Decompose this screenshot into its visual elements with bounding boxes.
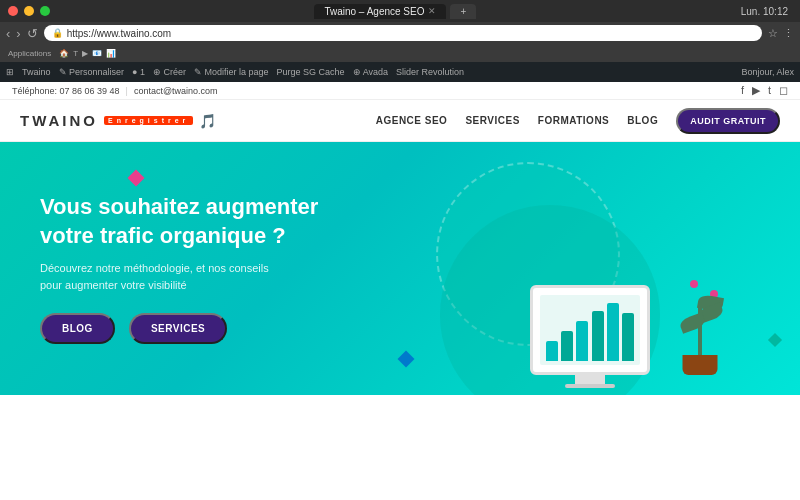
- register-badge[interactable]: Enregistrer: [104, 116, 193, 125]
- hero-subtitle-line2: pour augmenter votre visibilité: [40, 279, 187, 291]
- plant-pot: [683, 355, 718, 375]
- browser-tab-active[interactable]: Twaino – Agence SEO ✕: [314, 4, 446, 19]
- bookmarks-bar: Applications 🏠 T ▶ 📧 📊: [0, 44, 800, 62]
- diamond-decoration-bottom: [398, 351, 415, 368]
- hero-section: Vous souhaitez augmenter votre trafic or…: [0, 142, 800, 395]
- wp-admin-bar: ⊞ Twaino ✎ Personnaliser ● 1 ⊕ Créer ✎ M…: [0, 62, 800, 82]
- hero-subtitle-line1: Découvrez notre méthodologie, et nos con…: [40, 262, 269, 274]
- wp-edit-page[interactable]: ✎ Modifier la page: [194, 67, 269, 77]
- bar-3: [576, 321, 588, 361]
- facebook-icon-top[interactable]: f: [741, 84, 744, 97]
- blog-btn[interactable]: BLOG: [40, 313, 115, 344]
- wp-updates[interactable]: ● 1: [132, 67, 145, 77]
- forward-btn[interactable]: ›: [16, 26, 20, 41]
- hero-subtitle: Découvrez notre méthodologie, et nos con…: [40, 260, 320, 293]
- wp-logo[interactable]: ⊞: [6, 67, 14, 77]
- social-icons-top: f ▶ t ◻: [741, 84, 788, 97]
- wp-site-name[interactable]: Twaino: [22, 67, 51, 77]
- mac-titlebar: Twaino – Agence SEO ✕ + Lun. 10:12: [0, 0, 800, 22]
- bar-1: [546, 341, 558, 361]
- phone-bar: Téléphone: 07 86 06 39 48 | contact@twai…: [0, 82, 800, 100]
- tab-area: Twaino – Agence SEO ✕ +: [314, 4, 476, 19]
- site-header: TWAINO Enregistrer 🎵 AGENCE SEO SERVICES…: [0, 100, 800, 142]
- wp-purge-cache[interactable]: Purge SG Cache: [277, 67, 345, 77]
- tab-label: Twaino – Agence SEO: [324, 6, 424, 17]
- max-dot[interactable]: [40, 6, 50, 16]
- bookmark-twaino[interactable]: T: [73, 49, 78, 58]
- hero-title-line2: votre trafic organique ?: [40, 223, 286, 248]
- bar-5: [607, 303, 619, 361]
- nav-agence-seo[interactable]: AGENCE SEO: [376, 115, 448, 126]
- menu-icon[interactable]: ⋮: [783, 27, 794, 40]
- bookmark-item-4[interactable]: 📊: [106, 49, 116, 58]
- bookmark-item-3[interactable]: 📧: [92, 49, 102, 58]
- diamond-decoration-right: [768, 333, 782, 347]
- twitter-icon-top[interactable]: t: [768, 84, 771, 97]
- hero-illustration: [530, 275, 740, 375]
- plant-berry-1: [690, 280, 698, 288]
- back-btn[interactable]: ‹: [6, 26, 10, 41]
- lock-icon: 🔒: [52, 28, 63, 38]
- site-logo: TWAINO Enregistrer 🎵: [20, 112, 220, 129]
- title-bar-content: Twaino – Agence SEO ✕ +: [56, 4, 735, 19]
- wp-user-greeting: Bonjour, Alex: [741, 67, 794, 77]
- bookmark-item-2[interactable]: ▶: [82, 49, 88, 58]
- diamond-decoration-top: [128, 170, 145, 187]
- bookmarks-label: Applications: [8, 49, 51, 58]
- plant-illustration: [660, 275, 740, 375]
- wp-avada[interactable]: ⊕ Avada: [353, 67, 388, 77]
- tab-close-btn[interactable]: ✕: [428, 6, 436, 16]
- bookmarks-list: 🏠 T ▶ 📧 📊: [59, 49, 792, 58]
- hero-title-line1: Vous souhaitez augmenter: [40, 194, 318, 219]
- bar-4: [592, 311, 604, 361]
- email-address: contact@twaino.com: [134, 86, 218, 96]
- site-nav: AGENCE SEO SERVICES FORMATIONS BLOG AUDI…: [376, 108, 780, 134]
- nav-blog[interactable]: BLOG: [627, 115, 658, 126]
- plant-leaf-2: [678, 312, 706, 334]
- browser-icons: ☆ ⋮: [768, 27, 794, 40]
- logo-text: TWAINO: [20, 112, 98, 129]
- monitor-screen: [540, 295, 640, 365]
- plant-stem: [698, 307, 702, 357]
- min-dot[interactable]: [24, 6, 34, 16]
- audit-btn[interactable]: AUDIT GRATUIT: [676, 108, 780, 134]
- bar-2: [561, 331, 573, 361]
- url-text: https://www.twaino.com: [67, 28, 171, 39]
- mac-time: Lun. 10:12: [741, 6, 792, 17]
- close-dot[interactable]: [8, 6, 18, 16]
- phone-separator: |: [126, 86, 128, 96]
- wp-customize[interactable]: ✎ Personnaliser: [59, 67, 125, 77]
- youtube-icon-top[interactable]: ▶: [752, 84, 760, 97]
- nav-services[interactable]: SERVICES: [465, 115, 519, 126]
- instagram-icon-top[interactable]: ◻: [779, 84, 788, 97]
- nav-formations[interactable]: FORMATIONS: [538, 115, 609, 126]
- monitor-stand: [575, 372, 605, 384]
- address-bar[interactable]: 🔒 https://www.twaino.com: [44, 25, 762, 41]
- bar-6: [622, 313, 634, 361]
- refresh-btn[interactable]: ↺: [27, 26, 38, 41]
- wp-create[interactable]: ⊕ Créer: [153, 67, 186, 77]
- star-icon[interactable]: ☆: [768, 27, 778, 40]
- monitor-illustration: [530, 285, 650, 375]
- hero-title: Vous souhaitez augmenter votre trafic or…: [40, 193, 420, 250]
- monitor-base: [565, 384, 615, 388]
- logo-icon: 🎵: [199, 113, 220, 129]
- phone-number: Téléphone: 07 86 06 39 48: [12, 86, 120, 96]
- new-tab-btn[interactable]: +: [450, 4, 476, 19]
- bookmark-item[interactable]: 🏠: [59, 49, 69, 58]
- browser-chrome: ‹ › ↺ 🔒 https://www.twaino.com ☆ ⋮: [0, 22, 800, 44]
- wp-slider[interactable]: Slider Revolution: [396, 67, 464, 77]
- services-btn[interactable]: SERVICES: [129, 313, 227, 344]
